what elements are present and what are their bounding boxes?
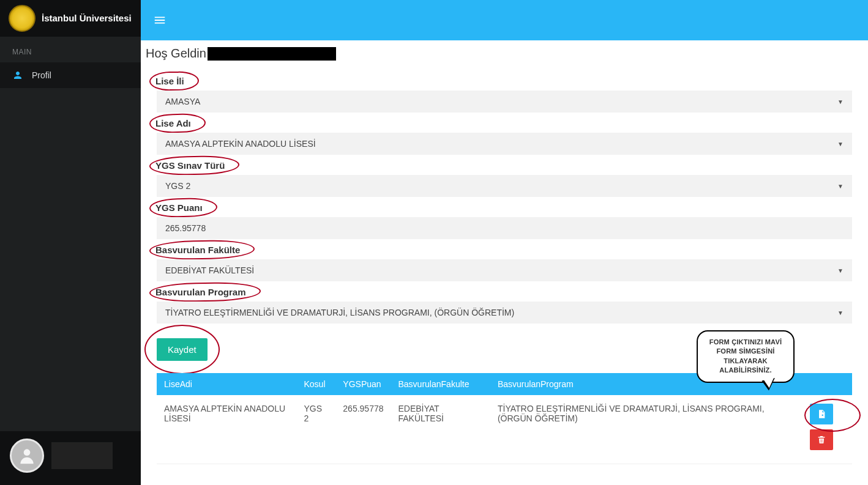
chevron-down-icon: ▼ [837,309,844,316]
col-kosul: Kosul [297,373,336,395]
avatar-placeholder-icon [17,446,37,465]
chevron-down-icon: ▼ [837,183,844,190]
welcome-name-redacted [208,47,336,61]
cell-fakulte: EDEBİYAT FAKÜLTESİ [391,395,490,464]
select-lise-ili[interactable]: AMASYA ▼ [157,91,852,113]
app-title: İstanbul Üniversitesi [42,13,132,24]
chevron-down-icon: ▼ [837,141,844,147]
col-ygs-puan: YGSPuan [335,373,391,395]
select-program[interactable]: TİYATRO ELEŞTİRMENLİĞİ VE DRAMATURJİ, Lİ… [157,302,852,324]
cell-ygs-puan: 265.95778 [335,395,391,464]
sidebar-item-profil[interactable]: Profil [0,62,141,88]
applications-table: LiseAdi Kosul YGSPuan BasvurulanFakulte … [157,373,852,464]
topbar [141,0,868,40]
avatar [10,439,44,473]
menu-toggle-button[interactable] [153,13,166,27]
save-button-wrap: Kaydet [157,338,208,361]
main: Hoş Geldin Lise İli AMASYA ▼ Lise Adı [141,0,868,485]
select-value: EDEBİYAT FAKÜLTESİ [165,265,254,275]
col-actions [791,373,852,395]
select-lise-adi[interactable]: AMASYA ALPTEKİN ANADOLU LİSESİ ▼ [157,133,852,155]
trash-icon [817,435,826,445]
sidebar: İstanbul Üniversitesi MAIN Profil [0,0,141,485]
hamburger-icon [153,13,166,27]
select-ygs-tur[interactable]: YGS 2 ▼ [157,175,852,197]
sidebar-section-label: MAIN [0,37,141,62]
document-pdf-icon [817,409,826,419]
cell-lise-adi: AMASYA ALPTEKİN ANADOLU LİSESİ [157,395,297,464]
input-ygs-puan[interactable] [165,223,844,233]
university-logo [9,5,36,32]
delete-button[interactable] [810,429,833,450]
chevron-down-icon: ▼ [837,98,844,105]
welcome-prefix: Hoş Geldin [146,46,206,61]
cell-actions [791,395,852,464]
label-ygs-puan: YGS Puanı [153,201,212,215]
label-lise-ili: Lise İli [153,74,194,88]
table-row: AMASYA ALPTEKİN ANADOLU LİSESİ YGS 2 265… [157,395,852,464]
label-fakulte: Basvurulan Fakülte [153,243,250,257]
svg-point-0 [24,449,31,456]
cell-kosul: YGS 2 [297,395,336,464]
sidebar-item-label: Profil [32,70,51,80]
cell-program: TİYATRO ELEŞTİRMENLİĞİ VE DRAMATURJİ, Lİ… [490,395,791,464]
select-value: AMASYA ALPTEKİN ANADOLU LİSESİ [165,139,316,149]
person-icon [12,70,23,81]
label-program: Basvurulan Program [153,285,256,299]
print-form-button[interactable] [810,404,833,424]
application-form: Lise İli AMASYA ▼ Lise Adı AMASYA ALPTEK… [146,74,863,464]
annotation-speech-bubble: FORM ÇIKTINIZI MAVİ FORM SİMGESİNİ TIKLA… [697,330,795,383]
user-info-redacted [51,442,113,469]
select-value: TİYATRO ELEŞTİRMENLİĞİ VE DRAMATURJİ, Lİ… [165,308,514,317]
save-button[interactable]: Kaydet [157,338,208,361]
applications-table-wrap: FORM ÇIKTINIZI MAVİ FORM SİMGESİNİ TIKLA… [157,373,852,464]
select-value: YGS 2 [165,181,190,191]
sidebar-header: İstanbul Üniversitesi [0,0,141,37]
col-lise-adi: LiseAdi [157,373,297,395]
sidebar-footer [0,431,141,485]
chevron-down-icon: ▼ [837,267,844,274]
select-fakulte[interactable]: EDEBİYAT FAKÜLTESİ ▼ [157,259,852,281]
col-fakulte: BasvurulanFakulte [391,373,490,395]
input-ygs-puan-wrap [157,217,852,239]
label-ygs-tur: YGS Sınav Türü [153,158,234,172]
select-value: AMASYA [165,97,200,106]
welcome-heading: Hoş Geldin [146,46,863,61]
label-lise-adi: Lise Adı [153,116,201,130]
